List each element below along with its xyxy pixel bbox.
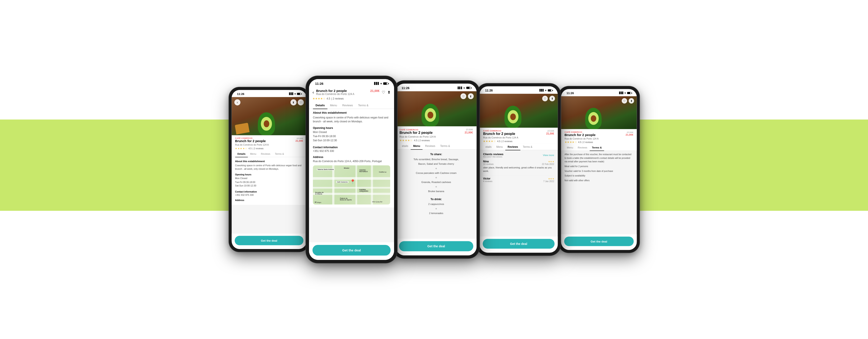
battery-icon-4 bbox=[548, 89, 552, 91]
map-bg-2: Taberna Santo António Café Comercio Mira… bbox=[313, 165, 390, 204]
wifi-icon-3: ▾ bbox=[464, 86, 465, 89]
menu-item-2: Bacon, Salad and Tomato cherry bbox=[400, 162, 473, 166]
road-h3 bbox=[313, 193, 390, 195]
nina-name: Nina bbox=[483, 160, 493, 163]
tab-menu-3[interactable]: Menu bbox=[411, 143, 423, 149]
recent-reviews-label: RECENT REVIEWS bbox=[483, 156, 503, 158]
header-subtitle-2: Rua do Comércio do Porto 124 A bbox=[316, 92, 379, 95]
phone-4-screen: 11:26 ▋▋▋ ▾ bbox=[479, 86, 558, 253]
card-info-3: CAFÉ COMERCIO Brunch for 2 people Rua do… bbox=[396, 126, 476, 142]
share-btn-3[interactable]: ⬆ bbox=[468, 93, 474, 99]
about-title-1: About this establishment bbox=[235, 160, 303, 163]
reviews-content-4: Clients reviews RECENT REVIEWS View more… bbox=[479, 150, 558, 236]
card-title-4: Brunch for 2 people bbox=[483, 132, 518, 136]
phone-5-wrapper: 11:26 ▋▋▋ ▾ bbox=[558, 86, 640, 253]
tab-menu-2[interactable]: Menu bbox=[328, 102, 340, 109]
phone-4: 11:26 ▋▋▋ ▾ bbox=[477, 83, 560, 255]
cafe-label-1: CAFÉ COMERCIO bbox=[235, 137, 269, 139]
heart-btn-5[interactable]: ♡ bbox=[622, 98, 627, 104]
tab-bar-4: etails Menu Reviews Terms & bbox=[479, 143, 558, 150]
tab-menu-4[interactable]: Menu bbox=[494, 143, 505, 150]
original-price-3: 27,50€ bbox=[465, 129, 473, 131]
tab-reviews-3[interactable]: Reviews bbox=[423, 143, 438, 149]
stars-5: ★★★★☆ bbox=[565, 141, 577, 144]
tab-menu-5[interactable]: Reviews bbox=[576, 144, 590, 150]
share-btn-4[interactable]: ⬆ bbox=[550, 96, 555, 102]
heart-btn-2[interactable]: ♡ bbox=[382, 90, 385, 95]
victor-rating: ★★★ 7 Jan 2022 bbox=[544, 177, 554, 182]
phone-3-screen: 11:26 ▋▋▋ ▾ bbox=[396, 84, 476, 255]
heart-btn-3[interactable]: ♡ bbox=[461, 93, 466, 99]
tab-terms-5[interactable]: Terms & bbox=[590, 144, 604, 150]
tab-terms-4[interactable]: Terms & bbox=[520, 143, 535, 150]
food-bg-5: ♡ ⬆ bbox=[561, 96, 637, 129]
map-label-7: Palácio daBolsa de Oporto bbox=[340, 198, 352, 201]
reviews-1: | 2 reviews bbox=[253, 147, 264, 150]
food-image-1: ‹ ♡ ⬆ bbox=[232, 97, 307, 135]
about-text-2: Coworking space in centre of Porto with … bbox=[313, 116, 390, 123]
view-more-btn[interactable]: View more bbox=[543, 154, 554, 157]
header-actions-5: ♡ ⬆ bbox=[622, 98, 634, 104]
wifi-icon-2: ▾ bbox=[380, 82, 382, 85]
get-deal-button-3[interactable]: Get the deal bbox=[399, 241, 473, 251]
share-btn-5[interactable]: ⬆ bbox=[629, 98, 634, 104]
rating-4: 4.5 | 2 reviews bbox=[497, 140, 513, 143]
get-deal-button-5[interactable]: Get the deal bbox=[564, 237, 633, 246]
tab-reviews-1[interactable]: Reviews bbox=[259, 150, 273, 157]
road-v1 bbox=[332, 165, 334, 204]
tab-terms-3[interactable]: Terms & bbox=[438, 143, 453, 149]
map-label-4: GUERRAJUNQUEIRO bbox=[359, 189, 369, 192]
card-title-5: Brunch for 2 people bbox=[565, 133, 599, 137]
tab-details-2[interactable]: Details bbox=[313, 102, 328, 109]
signal-icon-3: ▋▋▋ bbox=[458, 86, 463, 89]
map-label-5: CENTROHISTORICO bbox=[359, 169, 368, 172]
rating-row-4: ★★★★☆ 4.5 | 2 reviews bbox=[483, 139, 518, 143]
tab-details-5[interactable]: Menu bbox=[565, 144, 576, 150]
tab-bar-5: Menu Reviews Terms & bbox=[561, 144, 637, 151]
cafe-label-3: CAFÉ COMERCIO bbox=[400, 129, 436, 131]
tab-terms-1[interactable]: Terms & bbox=[273, 150, 286, 157]
tab-menu-1[interactable]: Menu bbox=[248, 150, 259, 157]
get-deal-button-4[interactable]: Get the deal bbox=[483, 239, 554, 249]
tab-terms-2[interactable]: Terms & bbox=[355, 102, 371, 109]
rating-row-5: ★★★★☆ 4.5 | 2 reviews bbox=[565, 140, 599, 144]
card-left-1: CAFÉ COMERCIO Brunch for 2 people Rua do… bbox=[235, 137, 269, 150]
card-subtitle-3: Rua do Comércio do Porto 124 A bbox=[400, 135, 436, 138]
drink-item-1: 2 cappuccinos bbox=[400, 202, 473, 206]
back-button-1[interactable]: ‹ bbox=[235, 99, 241, 105]
map-label-8: Wine Quay Bar bbox=[372, 201, 382, 202]
deal-btn-container-4: Get the deal bbox=[479, 236, 558, 253]
phone-3: 11:26 ▋▋▋ ▾ bbox=[393, 81, 479, 258]
nina-text: ober place, friendly and welcoming. grea… bbox=[483, 166, 554, 173]
get-deal-button-2[interactable]: Get the deal bbox=[312, 245, 391, 256]
share-btn-2[interactable]: ⬆ bbox=[388, 90, 391, 95]
road-v2 bbox=[355, 165, 357, 204]
back-btn-2[interactable]: ‹ bbox=[312, 90, 314, 95]
menu-item-5: Brulee banana bbox=[400, 190, 473, 193]
rating-3: 4.5 | 2 reviews bbox=[414, 139, 430, 142]
tab-reviews-2[interactable]: Reviews bbox=[340, 102, 355, 109]
time-2: 11:26 bbox=[315, 82, 323, 85]
get-deal-button-1[interactable]: Get the deal bbox=[235, 236, 304, 245]
road-h2 bbox=[313, 187, 390, 189]
drink-item-2: 2 lemonades bbox=[400, 211, 473, 215]
tab-details-4[interactable]: etails bbox=[483, 143, 494, 150]
nina-stars: ★★★ bbox=[542, 160, 554, 163]
address-label-1: Address bbox=[235, 199, 303, 201]
deal-btn-container-1: Get the deal bbox=[232, 234, 307, 249]
tab-details-1[interactable]: Details bbox=[235, 150, 248, 157]
wifi-icon-4: ▾ bbox=[545, 89, 547, 92]
tab-reviews-4[interactable]: Reviews bbox=[505, 143, 520, 150]
heart-btn-4[interactable]: ♡ bbox=[542, 96, 548, 102]
share-button-1[interactable]: ⬆ bbox=[290, 99, 297, 105]
food-image-4: ♡ ⬆ bbox=[479, 94, 558, 128]
reviews-title-4: Clients reviews RECENT REVIEWS bbox=[483, 152, 503, 158]
tab-details-3[interactable]: etails bbox=[400, 143, 411, 149]
heart-button-1[interactable]: ♡ bbox=[298, 99, 304, 105]
avocado-5 bbox=[585, 108, 602, 129]
map-container-2[interactable]: Taberna Santo António Café Comercio Mira… bbox=[313, 165, 390, 204]
phone-2-screen: 11:26 ▋▋▋ ▾ ‹ bbox=[309, 79, 394, 260]
cafe-label-5: CAFÉ COMERCIO bbox=[565, 131, 599, 133]
header-actions-4: ♡ ⬆ bbox=[542, 96, 555, 102]
deal-price-3: 21,00€ bbox=[465, 131, 473, 134]
